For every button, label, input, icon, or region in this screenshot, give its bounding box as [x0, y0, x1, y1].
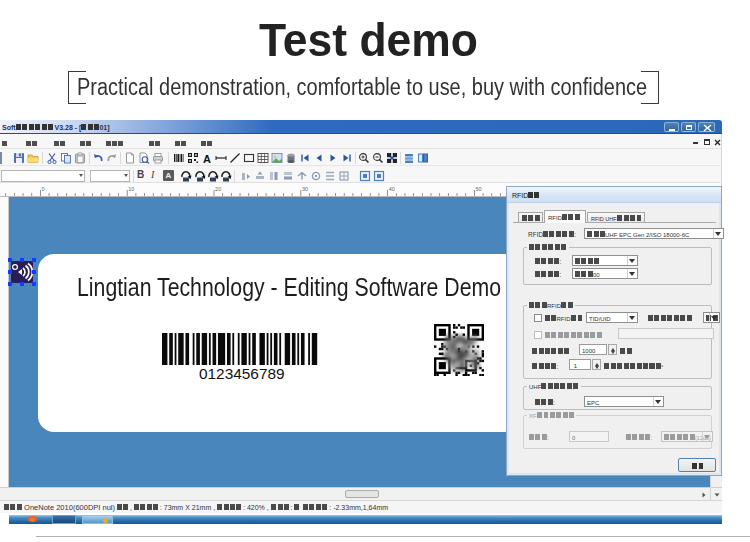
svg-text:20: 20	[215, 186, 221, 192]
svg-text:50: 50	[476, 186, 482, 192]
svg-text:10: 10	[128, 186, 134, 192]
svg-text:30: 30	[302, 186, 308, 192]
svg-text:0: 0	[42, 186, 45, 192]
svg-text:A: A	[203, 153, 211, 165]
svg-text:40: 40	[389, 186, 395, 192]
